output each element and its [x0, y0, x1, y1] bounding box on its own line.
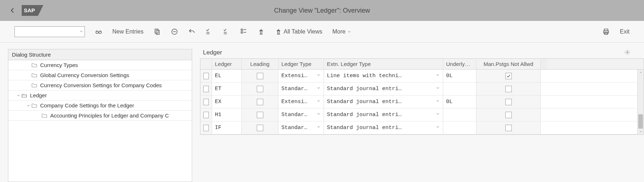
- leading-checkbox[interactable]: [257, 112, 263, 118]
- man-pstgs-checkbox[interactable]: [505, 125, 512, 131]
- tree-item[interactable]: Currency Types: [8, 60, 192, 70]
- cell-ledger[interactable]: EX: [212, 96, 242, 108]
- more-menu[interactable]: More: [332, 28, 351, 35]
- man-pstgs-checkbox[interactable]: [505, 99, 512, 105]
- dialog-structure-panel: Dialog Structure Currency TypesGlobal Cu…: [8, 49, 192, 182]
- col-ledger-type[interactable]: Ledger Type: [278, 59, 324, 69]
- scroll-up-button[interactable]: [637, 70, 644, 75]
- ledger-grid: Ledger Leading Ledger Type Extn. Ledger …: [200, 58, 644, 135]
- row-select-checkbox[interactable]: [203, 99, 209, 105]
- select-all-icon[interactable]: [206, 28, 213, 35]
- print-icon[interactable]: [602, 28, 610, 35]
- leading-checkbox[interactable]: [257, 99, 263, 105]
- tree-item-label: Global Currency Conversion Settings: [40, 72, 129, 78]
- chevron-down-icon: [316, 125, 321, 131]
- folder-icon: [31, 73, 38, 78]
- chevron-down-icon: [436, 99, 440, 105]
- cell-ledger-type[interactable]: Extensi…: [278, 96, 324, 108]
- cell-ledger-type[interactable]: Standar…: [278, 108, 324, 121]
- back-button[interactable]: [7, 7, 18, 14]
- tree-item-label: Company Code Settings for the Ledger: [40, 102, 134, 108]
- cell-ledger[interactable]: IF: [212, 121, 242, 134]
- col-leading[interactable]: Leading: [242, 59, 278, 69]
- cell-ledger[interactable]: H1: [212, 108, 242, 121]
- toolbar-dropdown[interactable]: [14, 26, 85, 37]
- configure-icon[interactable]: [258, 28, 265, 35]
- cell-extn-ledger-type[interactable]: Line items with techni…: [324, 70, 443, 82]
- cell-underlying[interactable]: [443, 108, 476, 121]
- cell-extn-ledger-type[interactable]: Standard journal entri…: [324, 96, 443, 108]
- chevron-down-icon: [436, 112, 440, 118]
- table-row: ETStandar…Standard journal entri…: [200, 83, 637, 96]
- leading-checkbox[interactable]: [257, 86, 263, 92]
- toolbar: New Entries: [0, 21, 644, 43]
- col-extn-ledger-type[interactable]: Extn. Ledger Type: [324, 59, 443, 69]
- leading-checkbox[interactable]: [257, 125, 263, 131]
- exit-button[interactable]: Exit: [620, 28, 630, 35]
- folder-icon: [31, 103, 38, 108]
- cell-underlying[interactable]: 0L: [443, 70, 476, 82]
- toolbar-dropdown-input[interactable]: [14, 26, 85, 37]
- more-label: More: [332, 28, 345, 35]
- table-settings-button[interactable]: [624, 49, 630, 56]
- folder-icon: [31, 83, 38, 88]
- folder-open-icon: [21, 93, 28, 98]
- scroll-down-button[interactable]: [637, 129, 644, 134]
- table-row: IFStandar…Standard journal entri…: [200, 121, 637, 134]
- tree-toggle-icon[interactable]: [26, 103, 31, 108]
- cell-ledger[interactable]: ET: [212, 83, 242, 95]
- col-ledger[interactable]: Ledger: [212, 59, 242, 69]
- leading-checkbox[interactable]: [257, 73, 263, 79]
- glasses-icon[interactable]: [95, 28, 102, 35]
- copy-icon[interactable]: [154, 28, 161, 35]
- tree-toggle-icon[interactable]: [16, 93, 21, 98]
- tree-item-label: Ledger: [30, 92, 47, 98]
- select-block-icon[interactable]: [223, 28, 230, 35]
- man-pstgs-checkbox[interactable]: [505, 112, 512, 118]
- man-pstgs-checkbox[interactable]: [505, 86, 512, 92]
- svg-rect-12: [241, 29, 243, 30]
- col-underlying[interactable]: Underly…: [443, 59, 476, 69]
- svg-rect-13: [241, 32, 243, 33]
- table-row: ELExtensi…Line items with techni…0L: [200, 70, 637, 83]
- all-table-views-button[interactable]: All Table Views: [275, 28, 322, 35]
- row-select-checkbox[interactable]: [203, 73, 209, 79]
- tree-item[interactable]: Global Currency Conversion Settings: [8, 70, 192, 80]
- vertical-scrollbar[interactable]: [637, 70, 644, 134]
- cell-ledger[interactable]: EL: [212, 70, 242, 82]
- row-select-checkbox[interactable]: [203, 112, 209, 118]
- table-title: Ledger: [203, 49, 222, 56]
- man-pstgs-checkbox[interactable]: [505, 73, 512, 79]
- tree-item[interactable]: Currency Conversion Settings for Company…: [8, 80, 192, 90]
- svg-text:SAP: SAP: [24, 7, 35, 13]
- minus-circle-icon[interactable]: [171, 28, 178, 35]
- cell-ledger-type[interactable]: Standar…: [278, 83, 324, 95]
- cell-underlying[interactable]: [443, 83, 476, 95]
- tree-item-label: Currency Conversion Settings for Company…: [40, 82, 162, 88]
- tree-item[interactable]: Ledger: [8, 90, 192, 101]
- deselect-all-icon[interactable]: [240, 28, 247, 35]
- content-area: Dialog Structure Currency TypesGlobal Cu…: [0, 43, 644, 182]
- chevron-down-icon: [436, 86, 440, 92]
- cell-ledger-type[interactable]: Standar…: [278, 121, 324, 134]
- all-table-views-label: All Table Views: [284, 28, 322, 35]
- col-man-pstgs[interactable]: Man.Pstgs Not Allwd: [476, 59, 541, 69]
- grid-header: Ledger Leading Ledger Type Extn. Ledger …: [200, 59, 644, 70]
- cell-underlying[interactable]: 0L: [443, 96, 476, 108]
- cell-extn-ledger-type[interactable]: Standard journal entri…: [324, 121, 443, 134]
- sap-logo: SAP: [22, 5, 43, 16]
- folder-icon: [31, 63, 38, 68]
- tree-item[interactable]: Accounting Principles for Ledger and Com…: [8, 111, 192, 121]
- cell-extn-ledger-type[interactable]: Standard journal entri…: [324, 83, 443, 95]
- row-select-checkbox[interactable]: [203, 86, 209, 92]
- chevron-down-icon: [436, 125, 440, 131]
- cell-extn-ledger-type[interactable]: Standard journal entri…: [324, 108, 443, 121]
- cell-ledger-type[interactable]: Extensi…: [278, 70, 324, 82]
- undo-icon[interactable]: [188, 28, 195, 35]
- svg-rect-5: [156, 30, 159, 34]
- cell-underlying[interactable]: [443, 121, 476, 134]
- tree-item[interactable]: Company Code Settings for the Ledger: [8, 101, 192, 111]
- scroll-thumb[interactable]: [638, 114, 643, 129]
- new-entries-button[interactable]: New Entries: [112, 28, 143, 35]
- row-select-checkbox[interactable]: [203, 125, 209, 131]
